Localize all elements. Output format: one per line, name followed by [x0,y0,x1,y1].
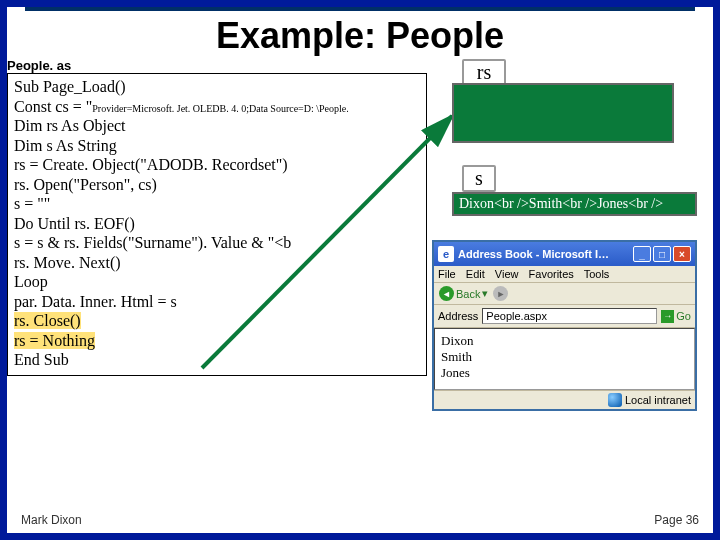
code-line: Dim rs As Object [14,116,420,136]
menu-edit[interactable]: Edit [466,268,485,280]
forward-button[interactable]: ► [493,286,508,301]
maximize-button[interactable]: □ [653,246,671,262]
code-line: s = s & rs. Fields("Surname"). Value & "… [14,233,420,253]
code-line: rs. Close() [14,311,420,331]
code-box: Sub Page_Load() Const cs = "Provider=Mic… [7,73,427,376]
code-line: Do Until rs. EOF() [14,214,420,234]
ie-icon: e [438,246,454,262]
browser-addressbar: Address People.aspx →Go [434,305,695,328]
code-line: Const cs = "Provider=Microsoft. Jet. OLE… [14,97,420,117]
code-line: rs. Move. Next() [14,253,420,273]
zone-icon [608,393,622,407]
rs-box [452,83,674,143]
code-line: s = "" [14,194,420,214]
address-input[interactable]: People.aspx [482,308,657,324]
go-icon: → [661,310,674,323]
close-button[interactable]: × [673,246,691,262]
code-line: rs. Open("Person", cs) [14,175,420,195]
footer-author: Mark Dixon [21,513,82,527]
s-box: Dixon<br />Smith<br />Jones<br /> [452,192,697,216]
code-line: rs = Nothing [14,331,420,351]
code-line: Dim s As String [14,136,420,156]
slide-title: Example: People [7,11,713,59]
back-button[interactable]: ◄Back ▾ [439,286,488,301]
address-label: Address [438,310,478,322]
menu-view[interactable]: View [495,268,519,280]
code-line: par. Data. Inner. Html = s [14,292,420,312]
s-label: s [462,165,496,192]
code-line: Loop [14,272,420,292]
page-line: Smith [441,349,688,365]
code-line: rs = Create. Object("ADODB. Recordset") [14,155,420,175]
footer-page: Page 36 [654,513,699,527]
code-line: Sub Page_Load() [14,77,420,97]
browser-statusbar: Local intranet [434,390,695,409]
menu-favorites[interactable]: Favorites [529,268,574,280]
browser-toolbar: ◄Back ▾ ► [434,283,695,305]
page-line: Dixon [441,333,688,349]
status-text: Local intranet [625,394,691,406]
menu-file[interactable]: File [438,268,456,280]
code-line: End Sub [14,350,420,370]
go-button[interactable]: →Go [661,310,691,323]
back-icon: ◄ [439,286,454,301]
browser-titlebar: e Address Book - Microsoft I… _ □ × [434,242,695,266]
browser-menubar: File Edit View Favorites Tools [434,266,695,283]
rs-label: rs [462,59,506,86]
page-line: Jones [441,365,688,381]
minimize-button[interactable]: _ [633,246,651,262]
browser-title: Address Book - Microsoft I… [458,248,609,260]
browser-page: Dixon Smith Jones [434,328,695,390]
browser-window: e Address Book - Microsoft I… _ □ × File… [432,240,697,411]
menu-tools[interactable]: Tools [584,268,610,280]
